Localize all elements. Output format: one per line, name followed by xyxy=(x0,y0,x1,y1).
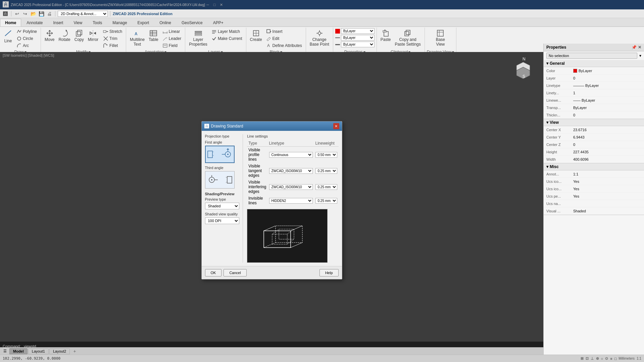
visible-profile-linetype-select[interactable]: Continuous xyxy=(269,152,313,158)
print-button[interactable]: 🖨 xyxy=(46,10,53,17)
copy-paste-settings-button[interactable]: Copy andPaste Settings xyxy=(393,28,422,48)
properties-pin-icon[interactable]: 📌 xyxy=(632,45,637,50)
tab-annotate[interactable]: Annotate xyxy=(21,19,48,27)
tab-insert[interactable]: Insert xyxy=(48,19,68,27)
line-settings-label: Line settings xyxy=(247,134,338,138)
tab-online[interactable]: Online xyxy=(154,19,176,27)
circle-button[interactable]: Circle xyxy=(15,35,39,42)
move-button[interactable]: Move xyxy=(43,28,56,43)
svg-rect-51 xyxy=(406,30,410,35)
tab-home[interactable]: Home xyxy=(0,19,21,27)
circle-icon xyxy=(16,36,22,41)
make-current-button[interactable]: Make Current xyxy=(210,35,244,42)
svg-rect-4 xyxy=(78,30,82,35)
mirror-button[interactable]: Mirror xyxy=(86,28,100,43)
minimize-button[interactable]: ─ xyxy=(205,2,210,7)
dialog-titlebar: 🅰 Drawing Standard ✕ xyxy=(202,121,342,131)
multiline-text-button[interactable]: A MultilineText xyxy=(128,28,146,48)
paste-button[interactable]: Paste xyxy=(379,28,393,43)
hamburger-layout[interactable]: ☰ xyxy=(1,348,9,354)
polyline-button[interactable]: Polyline xyxy=(15,28,39,35)
linetype-dropdown[interactable]: ByLayer xyxy=(341,35,375,41)
general-section: ▾ General Color ByLayer Layer 0 Linetype… xyxy=(544,60,644,119)
layer-match-button[interactable]: Layer Match xyxy=(210,28,244,35)
tab-view[interactable]: View xyxy=(68,19,87,27)
dialog-close-button[interactable]: ✕ xyxy=(333,123,339,129)
define-attributes-button[interactable]: A Define Attributes xyxy=(264,42,304,49)
ok-button[interactable]: OK xyxy=(205,269,222,276)
polar-icon[interactable]: ⊛ xyxy=(596,356,599,361)
layout1-tab[interactable]: Layout1 xyxy=(28,348,49,354)
new-button[interactable]: 🅰 xyxy=(2,10,9,17)
field-button[interactable]: Field xyxy=(161,42,183,49)
line-type-visible-tangent: Visible tangent edges xyxy=(247,163,267,179)
line-button[interactable]: Line xyxy=(2,28,14,44)
invisible-linetype-select[interactable]: HIDDEN2 xyxy=(269,198,313,204)
tab-tools[interactable]: Tools xyxy=(88,19,107,27)
trim-button[interactable]: Trim xyxy=(101,35,124,42)
ribbon-group-layers: LayerProperties Layer Match Make Current… xyxy=(185,28,246,55)
third-angle-box[interactable] xyxy=(205,171,235,189)
visible-tangent-linetype-select[interactable]: ZWCAD_ISO00W10 xyxy=(269,168,313,174)
base-view-button[interactable]: BaseView xyxy=(434,28,447,48)
misc-section-header[interactable]: ▾ Misc xyxy=(544,163,644,170)
visible-tangent-lineweight-select[interactable]: 0.25 mm xyxy=(315,168,337,174)
ortho-icon[interactable]: ⊥ xyxy=(591,356,594,361)
osnap-icon[interactable]: ○ xyxy=(601,357,603,361)
zoom-label: 1:1 xyxy=(637,357,641,360)
visible-interfering-linetype-select[interactable]: ZWCAD_ISO00W10 xyxy=(269,184,313,190)
visible-profile-lineweight-select[interactable]: 0.50 mm xyxy=(315,152,337,158)
general-section-header[interactable]: ▾ General xyxy=(544,60,644,67)
transparency-toggle[interactable]: □ xyxy=(614,357,617,361)
edit-block-button[interactable]: Edit xyxy=(264,35,304,42)
table-button[interactable]: Table xyxy=(147,28,160,43)
layout2-tab[interactable]: Layout2 xyxy=(49,348,70,354)
svg-point-1 xyxy=(17,37,21,40)
dialog-footer: OK Cancel Help xyxy=(202,266,342,279)
first-angle-box[interactable] xyxy=(205,146,235,163)
lineweight-toggle[interactable]: ≡ xyxy=(610,357,612,361)
invisible-lineweight-select[interactable]: 0.25 mm xyxy=(315,198,337,204)
prop-visual: Visual ... Shaded xyxy=(544,207,644,215)
svg-rect-27 xyxy=(195,35,202,36)
snap-icon[interactable]: ⊡ xyxy=(586,356,589,361)
paste-icon xyxy=(382,29,390,37)
tab-app[interactable]: APP+ xyxy=(208,19,229,27)
create-block-button[interactable]: Create xyxy=(248,28,264,43)
properties-close-icon[interactable]: ✕ xyxy=(638,45,641,50)
model-tab[interactable]: Model xyxy=(9,348,28,354)
tab-export[interactable]: Export xyxy=(133,19,154,27)
color-dropdown[interactable]: ByLayer xyxy=(341,28,375,34)
copy-button[interactable]: Copy xyxy=(73,28,86,43)
stretch-button[interactable]: Stretch xyxy=(101,28,124,35)
undo-button[interactable]: ↩ xyxy=(14,10,20,17)
visible-interfering-lineweight-select[interactable]: 0.25 mm xyxy=(315,184,337,190)
lineweight-dropdown[interactable]: ByLayer xyxy=(341,42,375,47)
redo-button[interactable]: ↪ xyxy=(22,10,29,17)
object-snap-icon[interactable]: ⊙ xyxy=(605,356,608,361)
arc-button[interactable]: Arc xyxy=(15,42,39,49)
change-base-point-button[interactable]: ChangeBase Point xyxy=(308,28,331,48)
preview-type-select[interactable]: Shaded Wireframe Hidden xyxy=(205,203,240,209)
shaded-view-quality-select[interactable]: 100 DPI 150 DPI 200 DPI xyxy=(205,217,240,224)
tab-geoservice[interactable]: GeoService xyxy=(177,19,208,27)
fillet-button[interactable]: Fillet xyxy=(101,42,124,49)
layer-properties-button[interactable]: LayerProperties xyxy=(187,28,209,48)
rotate-button[interactable]: Rotate xyxy=(57,28,72,43)
tab-manage[interactable]: Manage xyxy=(107,19,132,27)
workspace-dropdown[interactable]: 2D Drafting & Annot... xyxy=(58,11,108,17)
leader-button[interactable]: Leader xyxy=(161,35,183,42)
open-button[interactable]: 📂 xyxy=(30,10,37,17)
insert-block-button[interactable]: Insert xyxy=(264,28,304,35)
close-button[interactable]: ✕ xyxy=(218,2,224,7)
selection-dropdown[interactable]: No selection xyxy=(546,53,637,59)
svg-line-80 xyxy=(291,243,302,248)
view-section-header[interactable]: ▾ View xyxy=(544,119,644,126)
linear-button[interactable]: Linear xyxy=(161,28,183,35)
help-button[interactable]: Help xyxy=(319,269,339,276)
maximize-button[interactable]: □ xyxy=(212,2,217,7)
grid-icon[interactable]: ⊞ xyxy=(581,356,584,361)
mirror-icon xyxy=(89,29,97,37)
save-button[interactable]: 💾 xyxy=(38,10,45,17)
cancel-button[interactable]: Cancel xyxy=(224,269,246,276)
